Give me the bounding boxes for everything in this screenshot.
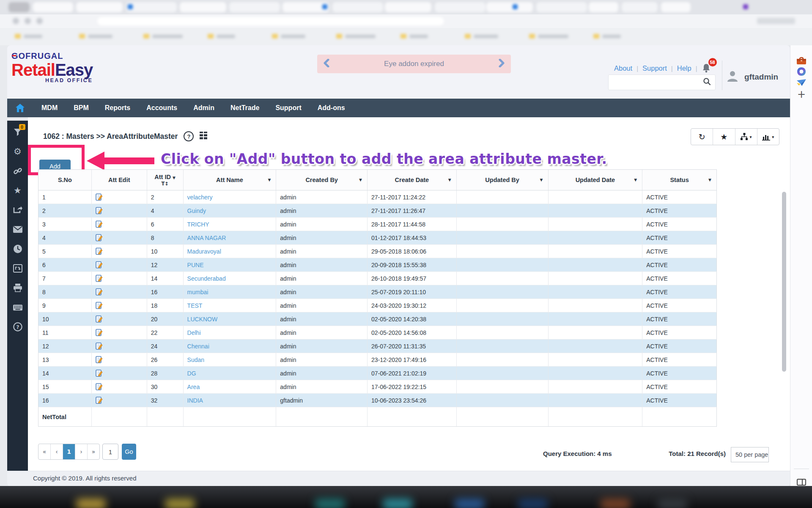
att-name-link[interactable]: PUNE [187, 262, 204, 268]
chevron-right-icon[interactable] [498, 59, 505, 69]
att-name-link[interactable]: DG [187, 370, 196, 377]
last-page-button[interactable]: » [87, 444, 99, 459]
nav-item-reports[interactable]: Reports [105, 104, 130, 112]
edit-icon[interactable] [96, 397, 103, 404]
att-name-link[interactable]: ANNA NAGAR [187, 235, 226, 241]
edit-icon[interactable] [96, 302, 103, 309]
copilot-icon[interactable] [796, 66, 807, 77]
next-page-button[interactable]: › [75, 444, 87, 459]
att-name-link[interactable]: Secunderabad [187, 275, 226, 282]
chevron-left-icon[interactable] [323, 59, 330, 69]
scrollbar-thumb[interactable] [782, 192, 786, 372]
filter-icon[interactable]: 0 [13, 127, 22, 137]
col-header-sno[interactable]: S.No [38, 170, 91, 190]
refresh-button[interactable]: ↻ [691, 129, 713, 145]
export-icon[interactable] [13, 205, 22, 215]
notification-bell-icon[interactable]: 58 [702, 63, 712, 73]
col-header-updated-date[interactable]: Updated Date▼ [548, 170, 642, 190]
favorite-button[interactable]: ★ [713, 129, 735, 145]
go-button[interactable]: Go [122, 444, 136, 460]
edit-icon[interactable] [96, 234, 103, 241]
chart-view-button[interactable]: ▾ [757, 129, 779, 145]
edit-icon[interactable] [96, 370, 103, 377]
goto-page-input[interactable] [102, 444, 118, 460]
att-name-link[interactable]: Chennai [187, 343, 209, 350]
edit-icon[interactable] [96, 383, 103, 390]
caret-down-icon: ▼ [173, 176, 176, 180]
col-header-att-name[interactable]: Att Name▼ [183, 170, 276, 190]
caret-down-icon[interactable]: ▼ [359, 178, 362, 182]
edit-icon[interactable] [96, 342, 103, 350]
grid-icon[interactable] [200, 132, 207, 141]
caret-down-icon[interactable]: ▼ [268, 178, 271, 182]
att-name-link[interactable]: TEST [187, 302, 203, 309]
page-help-icon[interactable]: ? [184, 131, 194, 141]
att-name-link[interactable]: Area [187, 384, 200, 390]
edit-icon[interactable] [96, 356, 103, 363]
status-value: ACTIVE [646, 370, 668, 377]
status-value: ACTIVE [646, 207, 668, 214]
plus-icon[interactable]: + [796, 89, 807, 99]
printer-icon[interactable] [13, 283, 22, 293]
sort-icon[interactable]: T↕ [161, 181, 168, 187]
clock-icon[interactable] [13, 244, 22, 254]
caret-down-icon[interactable]: ▼ [708, 178, 711, 182]
nav-item-support[interactable]: Support [275, 104, 301, 112]
keyboard-icon[interactable] [13, 303, 22, 312]
nav-item-bpm[interactable]: BPM [74, 104, 89, 112]
about-link[interactable]: About [614, 64, 632, 72]
help-icon[interactable]: ? [13, 322, 22, 331]
att-name-link[interactable]: Maduravoyal [187, 248, 221, 255]
edit-icon[interactable] [96, 288, 103, 295]
tree-view-button[interactable]: ▾ [735, 129, 757, 145]
att-name-link[interactable]: Guindy [187, 207, 206, 214]
col-header-status[interactable]: Status▼ [642, 170, 716, 190]
att-name-link[interactable]: mumbai [187, 289, 208, 295]
support-link[interactable]: Support [642, 64, 667, 72]
nav-item-accounts[interactable]: Accounts [146, 104, 177, 112]
edit-icon[interactable] [96, 221, 103, 228]
att-name-link[interactable]: Delhi [187, 329, 201, 336]
nav-item-admin[interactable]: Admin [193, 104, 214, 112]
table-row: 9 18 TEST admin 24-03-2020 19:30:12 ACTI… [38, 299, 717, 312]
favorites-star-icon[interactable]: ★ [13, 186, 22, 195]
gear-icon[interactable]: ⚙ [13, 147, 22, 156]
link-icon[interactable] [13, 166, 22, 176]
edit-icon[interactable] [96, 207, 103, 214]
nav-item-mdm[interactable]: MDM [41, 104, 58, 112]
first-page-button[interactable]: « [38, 444, 50, 459]
col-header-att-edit[interactable]: Att Edit [91, 170, 147, 190]
per-page-select[interactable]: 50 per page [731, 447, 769, 462]
toolbox-icon[interactable] [796, 55, 807, 66]
search-input[interactable] [612, 76, 703, 89]
nav-item-nettrade[interactable]: NetTrade [230, 104, 259, 112]
search-icon[interactable] [703, 77, 711, 87]
mail-icon[interactable] [13, 225, 22, 234]
att-name-link[interactable]: LUCKNOW [187, 316, 218, 323]
edit-icon[interactable] [96, 315, 103, 323]
prev-page-button[interactable]: ‹ [50, 444, 63, 459]
att-name-link[interactable]: Sudan [187, 356, 204, 363]
col-header-created-by[interactable]: Created By▼ [276, 170, 367, 190]
edit-icon[interactable] [96, 248, 103, 255]
edit-icon[interactable] [96, 329, 103, 336]
nav-item-addons[interactable]: Add-ons [318, 104, 345, 112]
home-icon[interactable] [15, 103, 25, 113]
help-link[interactable]: Help [677, 64, 691, 72]
att-name-link[interactable]: TRICHY [187, 221, 209, 228]
edit-icon[interactable] [96, 193, 103, 201]
col-header-updated-by[interactable]: Updated By▼ [456, 170, 548, 190]
caret-down-icon[interactable]: ▼ [634, 178, 637, 182]
window-refresh-icon[interactable] [13, 264, 22, 273]
col-header-create-date[interactable]: Create Date▼ [367, 170, 456, 190]
edit-icon[interactable] [96, 261, 103, 268]
col-header-att-id[interactable]: Att ID ▼ T↕ [147, 170, 183, 190]
att-name-link[interactable]: INDIA [187, 397, 203, 404]
att-name-link[interactable]: velachery [187, 194, 213, 201]
caret-down-icon[interactable]: ▼ [540, 178, 543, 182]
caret-down-icon[interactable]: ▼ [448, 178, 451, 182]
edit-icon[interactable] [96, 275, 103, 282]
current-page-button[interactable]: 1 [63, 444, 75, 459]
send-icon[interactable] [796, 77, 807, 88]
user-menu[interactable]: gftadmin [727, 70, 778, 84]
